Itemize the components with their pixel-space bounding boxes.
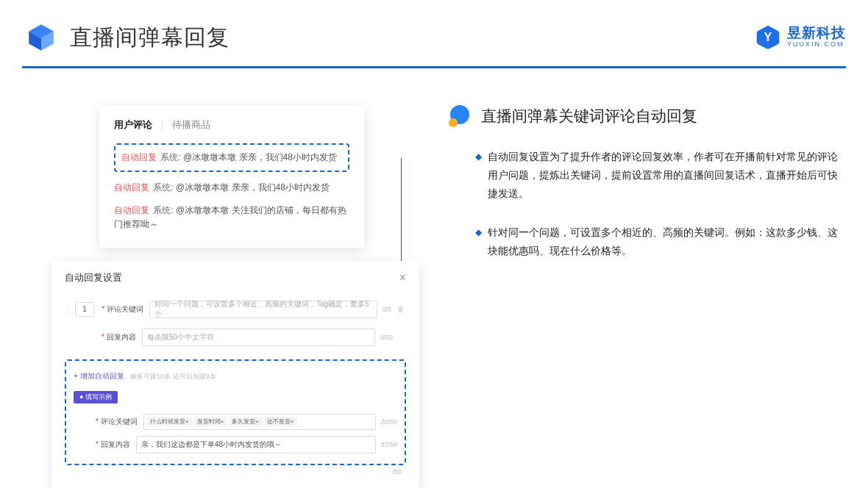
svg-text:Y: Y: [764, 30, 772, 43]
example-reply-counter: 37/50: [380, 441, 397, 448]
rule-number: 1: [75, 302, 94, 317]
keyword-counter: 0/5: [382, 306, 391, 313]
page-title: 直播间弹幕回复: [70, 23, 230, 53]
outer-counter: /50: [65, 468, 406, 476]
comment-text: @冰墩墩本墩 亲亲，我们48小时内发货: [176, 182, 330, 193]
reply-label: 回复内容: [107, 332, 136, 342]
brand-url: YUUXIN.COM: [787, 41, 846, 49]
keyword-input[interactable]: 对同一个问题，可设置多个相近、高频的关键词，Tag确定，最多5个: [149, 301, 378, 318]
example-reply-label: 回复内容: [101, 439, 130, 450]
delete-icon[interactable]: 🗑: [397, 305, 406, 313]
add-auto-reply-link[interactable]: + 增加自动回复: [74, 371, 124, 381]
tab-pending-products[interactable]: 待播商品: [172, 118, 210, 132]
brand-logo: Y 昱新科技 YUUXIN.COM: [755, 24, 846, 50]
auto-reply-badge: 自动回复: [114, 205, 149, 215]
bullet-text-1: 自动回复设置为了提升作者的评论回复效率，作者可在开播前针对常见的评论用户问题，提…: [488, 148, 846, 204]
settings-title: 自动回复设置: [65, 271, 122, 284]
tab-separator: |: [161, 119, 163, 130]
bullet-text-2: 针对同一个问题，可设置多个相近的、高频的关键词。例如：这款多少钱、这块能优惠吗、…: [488, 223, 846, 260]
bullet-icon: ◆: [475, 148, 482, 204]
close-icon[interactable]: ×: [399, 271, 406, 284]
drag-handle-icon[interactable]: ⋮⋮: [65, 305, 71, 313]
system-label: 系统:: [160, 152, 180, 162]
example-reply-input[interactable]: 亲，我们这边都是下单48小时内发货的哦～: [136, 436, 377, 453]
required-icon: *: [96, 440, 99, 448]
auto-reply-badge: 自动回复: [121, 152, 157, 162]
required-icon: *: [96, 417, 99, 426]
add-hint: 最多可建10条 还可以创建9条: [130, 373, 216, 380]
tag[interactable]: 还不发货×: [264, 417, 297, 426]
highlighted-comment: 自动回复 系统: @冰墩墩本墩 亲亲，我们48小时内发货: [114, 143, 349, 172]
comment-text: @冰墩墩本墩 亲亲，我们48小时内发货: [183, 152, 337, 162]
comments-panel: 用户评论 | 待播商品 自动回复 系统: @冰墩墩本墩 亲亲，我们48小时内发货…: [99, 105, 364, 248]
brand-name: 昱新科技: [787, 26, 846, 41]
system-label: 系统:: [153, 182, 173, 193]
required-icon: *: [102, 305, 104, 313]
brand-icon: Y: [755, 24, 781, 50]
auto-reply-settings-panel: 自动回复设置 × ⋮⋮ 1 * 评论关键词 对同一个问题，可设置多个相近、高频的…: [51, 261, 419, 489]
bullet-icon: ◆: [475, 223, 482, 260]
tag[interactable]: 发货时间×: [194, 417, 227, 426]
auto-reply-badge: 自动回复: [114, 182, 149, 193]
example-pill: ● 填写示例: [74, 391, 118, 403]
example-kw-label: 评论关键词: [101, 417, 138, 427]
tag[interactable]: 什么时候发货×: [147, 417, 192, 426]
example-block: + 增加自动回复 最多可建10条 还可以创建9条 ● 填写示例 * 评论关键词 …: [65, 359, 406, 465]
required-icon: *: [102, 333, 104, 341]
tag[interactable]: 多久发货×: [229, 417, 262, 426]
section-title: 直播间弹幕关键词评论自动回复: [481, 106, 697, 126]
keyword-label: 评论关键词: [107, 304, 143, 315]
bubble-icon: [449, 105, 471, 127]
example-kw-counter: 20/50: [380, 418, 397, 426]
tab-user-comments[interactable]: 用户评论: [114, 118, 152, 132]
cube-logo-icon: [26, 22, 57, 53]
reply-counter: 0/50: [380, 334, 393, 341]
example-kw-input[interactable]: 什么时候发货× 发货时间× 多久发货× 还不发货×: [143, 414, 377, 430]
reply-input[interactable]: 每条限50个中文字符: [142, 329, 376, 346]
system-label: 系统:: [153, 205, 173, 215]
